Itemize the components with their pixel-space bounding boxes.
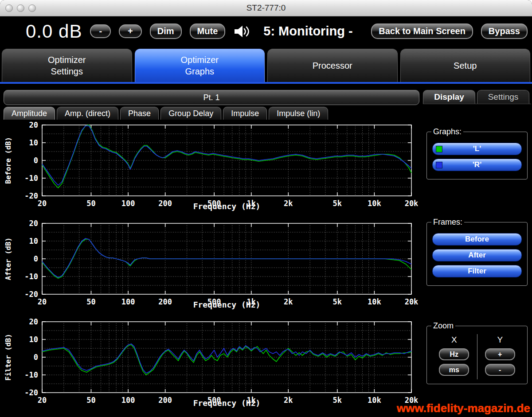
preset-label: 5: Monitoring - bbox=[263, 24, 352, 39]
zoom-x-hz-button[interactable]: Hz bbox=[439, 348, 469, 360]
svg-text:200: 200 bbox=[158, 297, 172, 306]
watermark: www.fidelity-magazin.de bbox=[397, 401, 530, 415]
tab-optimizer-settings[interactable]: Optimizer Settings bbox=[2, 49, 132, 82]
main-tab-bar: Optimizer Settings Optimizer Graphs Proc… bbox=[0, 46, 532, 84]
subtab-phase[interactable]: Phase bbox=[120, 107, 159, 120]
svg-text:20: 20 bbox=[38, 396, 47, 405]
svg-text:20: 20 bbox=[29, 219, 38, 228]
graph-l-color-indicator bbox=[436, 146, 442, 152]
svg-text:100: 100 bbox=[121, 396, 135, 405]
graphs-group: Graphs: 'L' 'R' bbox=[426, 127, 528, 179]
svg-text:20k: 20k bbox=[405, 199, 419, 208]
svg-text:2k: 2k bbox=[284, 396, 293, 405]
zoom-x-ms-button[interactable]: ms bbox=[439, 364, 469, 376]
frame-filter-toggle[interactable]: Filter bbox=[432, 265, 522, 277]
svg-text:20k: 20k bbox=[405, 297, 419, 306]
svg-text:-10: -10 bbox=[24, 272, 38, 281]
content-area: Pt. 1 Amplitude Amp. (direct) Phase Grou… bbox=[0, 84, 532, 417]
before-chart: 20501002005001k2k5k10k20k20100-10-20Freq… bbox=[0, 120, 422, 218]
subtab-amp-direct[interactable]: Amp. (direct) bbox=[57, 107, 118, 120]
subtab-amplitude[interactable]: Amplitude bbox=[4, 107, 55, 120]
svg-text:10: 10 bbox=[29, 335, 38, 344]
frames-group: Frames: Before After Filter bbox=[426, 218, 528, 286]
zoom-x-header: X bbox=[431, 335, 477, 345]
svg-text:20: 20 bbox=[38, 297, 47, 306]
svg-text:200: 200 bbox=[158, 199, 172, 208]
graph-r-toggle[interactable]: 'R' bbox=[432, 159, 522, 171]
svg-text:Frequency (Hz): Frequency (Hz) bbox=[193, 398, 261, 408]
svg-text:200: 200 bbox=[158, 396, 172, 405]
tab-optimizer-graphs[interactable]: Optimizer Graphs bbox=[135, 49, 265, 82]
svg-text:-20: -20 bbox=[24, 388, 38, 397]
svg-text:-20: -20 bbox=[24, 290, 38, 299]
svg-text:50: 50 bbox=[86, 199, 95, 208]
svg-text:10: 10 bbox=[29, 138, 38, 147]
svg-text:10k: 10k bbox=[368, 199, 381, 208]
display-panel: Graphs: 'L' 'R' Frames: Before After Fil… bbox=[423, 104, 531, 414]
tab-processor[interactable]: Processor bbox=[267, 49, 398, 82]
svg-text:-10: -10 bbox=[24, 174, 38, 183]
point-tab[interactable]: Pt. 1 bbox=[4, 90, 419, 105]
sidebar-tab-display[interactable]: Display bbox=[423, 90, 475, 104]
back-to-main-screen-button[interactable]: Back to Main Screen bbox=[371, 23, 473, 39]
display-sidebar: Display Settings Graphs: 'L' 'R' Fr bbox=[422, 84, 532, 417]
svg-text:After (dB): After (dB) bbox=[4, 238, 12, 280]
svg-text:10: 10 bbox=[29, 237, 38, 246]
sidebar-tab-settings[interactable]: Settings bbox=[477, 90, 529, 104]
svg-text:100: 100 bbox=[121, 297, 135, 306]
title-bar: ST2-777:0 bbox=[0, 0, 532, 16]
svg-text:50: 50 bbox=[86, 396, 95, 405]
zoom-y-column: Y + - bbox=[477, 334, 523, 379]
svg-text:2k: 2k bbox=[284, 297, 293, 306]
svg-text:-10: -10 bbox=[24, 370, 38, 379]
frame-after-toggle[interactable]: After bbox=[432, 249, 522, 261]
svg-text:5k: 5k bbox=[333, 297, 342, 306]
window-title: ST2-777:0 bbox=[0, 3, 532, 13]
zoom-y-minus-button[interactable]: - bbox=[485, 364, 515, 376]
graphs-area: Pt. 1 Amplitude Amp. (direct) Phase Grou… bbox=[0, 84, 422, 417]
subtab-impulse[interactable]: Impulse bbox=[223, 107, 267, 120]
zoom-columns: X Hz ms Y + - bbox=[431, 334, 523, 379]
graph-r-label: 'R' bbox=[473, 160, 481, 169]
svg-text:5k: 5k bbox=[333, 396, 342, 405]
app-window: ST2-777:0 0.0 dB - + Dim Mute 5: Monitor… bbox=[0, 0, 532, 417]
svg-text:0: 0 bbox=[34, 353, 38, 362]
svg-text:50: 50 bbox=[86, 297, 95, 306]
svg-text:Before (dB): Before (dB) bbox=[4, 137, 12, 184]
zoom-group: Zoom X Hz ms Y + - bbox=[426, 321, 528, 384]
tab-setup[interactable]: Setup bbox=[400, 49, 531, 82]
svg-text:10k: 10k bbox=[368, 396, 381, 405]
top-control-bar: 0.0 dB - + Dim Mute 5: Monitoring - Back… bbox=[0, 16, 532, 46]
subtab-group-delay[interactable]: Group Delay bbox=[160, 107, 221, 120]
dim-button[interactable]: Dim bbox=[150, 23, 182, 39]
bypass-button[interactable]: Bypass bbox=[481, 23, 528, 39]
svg-text:0: 0 bbox=[34, 156, 38, 165]
volume-level-display: 0.0 dB bbox=[26, 21, 82, 42]
frame-before-toggle[interactable]: Before bbox=[432, 233, 522, 246]
graph-r-color-indicator bbox=[436, 162, 442, 168]
zoom-x-column: X Hz ms bbox=[431, 334, 477, 379]
svg-text:20: 20 bbox=[38, 199, 47, 208]
sidebar-tabs: Display Settings bbox=[423, 90, 529, 104]
speaker-icon bbox=[233, 24, 252, 39]
volume-down-button[interactable]: - bbox=[90, 24, 111, 38]
svg-text:-20: -20 bbox=[24, 191, 38, 200]
svg-text:100: 100 bbox=[121, 199, 135, 208]
svg-text:Frequency (Hz): Frequency (Hz) bbox=[193, 202, 261, 211]
graph-type-tabs: Amplitude Amp. (direct) Phase Group Dela… bbox=[4, 107, 422, 120]
after-chart: 20501002005001k2k5k10k20k20100-10-20Freq… bbox=[0, 218, 422, 316]
svg-text:Frequency (Hz): Frequency (Hz) bbox=[193, 300, 261, 309]
graph-l-label: 'L' bbox=[473, 144, 481, 153]
graphs-group-label: Graphs: bbox=[431, 127, 463, 136]
svg-text:Filter (dB): Filter (dB) bbox=[4, 334, 12, 381]
zoom-y-plus-button[interactable]: + bbox=[485, 348, 515, 360]
zoom-group-label: Zoom bbox=[431, 321, 455, 331]
volume-up-button[interactable]: + bbox=[119, 24, 142, 38]
svg-text:5k: 5k bbox=[333, 199, 342, 208]
mute-button[interactable]: Mute bbox=[190, 23, 226, 39]
svg-text:10k: 10k bbox=[368, 297, 381, 306]
svg-text:20: 20 bbox=[29, 121, 38, 129]
graph-l-toggle[interactable]: 'L' bbox=[432, 143, 522, 155]
svg-text:20: 20 bbox=[29, 317, 38, 326]
subtab-impulse-lin[interactable]: Impulse (lin) bbox=[269, 107, 328, 120]
